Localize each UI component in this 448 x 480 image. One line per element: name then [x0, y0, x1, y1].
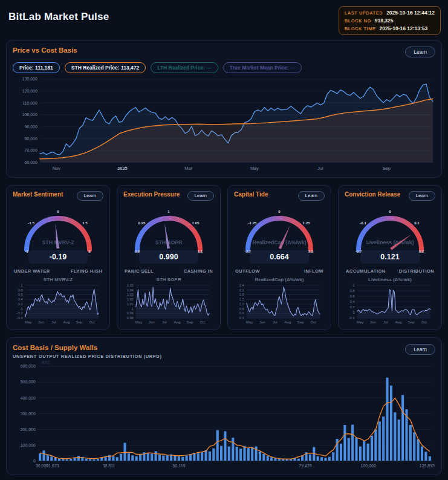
svg-text:Jun: Jun: [370, 320, 376, 324]
svg-text:110,000: 110,000: [22, 101, 37, 105]
legend-chip-3[interactable]: True Market Mean Price: —: [223, 62, 302, 73]
svg-text:0.8: 0.8: [350, 289, 355, 293]
svg-text:400,000: 400,000: [21, 395, 36, 400]
gauge-low-label: ACCUMULATION: [346, 268, 386, 274]
gauge-sparkline-chart[interactable]: -0.4-0.200.20.40.60.81MayJunJulAugSepOct: [13, 283, 103, 325]
learn-button[interactable]: Learn: [298, 191, 325, 201]
svg-text:Aug: Aug: [63, 320, 70, 324]
svg-text:50,119: 50,119: [173, 464, 186, 468]
svg-text:Oct: Oct: [89, 320, 95, 324]
spark-title: STH SOPR: [123, 277, 214, 282]
svg-text:1.03: 1.03: [127, 293, 134, 296]
svg-text:Sep: Sep: [187, 320, 193, 324]
svg-text:Sep: Sep: [76, 320, 83, 324]
svg-text:0.6: 0.6: [239, 311, 244, 315]
urpd-chart[interactable]: 0100,000200,000300,000400,000500,000600,…: [13, 359, 435, 469]
svg-text:May: May: [246, 320, 253, 324]
learn-button[interactable]: Learn: [405, 47, 435, 57]
gauge: 0.90.9511.051.1STH SOPR 0.990: [123, 204, 214, 264]
gauge-sparkline-chart[interactable]: -0.200.20.40.60.81MayJunJulAugSepOct: [345, 283, 435, 325]
gauge-value: 0.664: [250, 250, 309, 264]
svg-text:80,000: 80,000: [25, 137, 37, 141]
gauge-high-label: FLYING HIGH: [71, 268, 102, 274]
block-time-row: BLOCK TIME 2025-10-16 12:13:53: [345, 25, 435, 31]
svg-text:1.2: 1.2: [239, 302, 244, 306]
svg-text:Jun: Jun: [149, 320, 155, 324]
svg-text:1.5: 1.5: [239, 297, 244, 301]
gauge-range-words: UNDER WATER FLYING HIGH: [14, 268, 102, 274]
svg-text:1: 1: [21, 283, 23, 287]
svg-text:1: 1: [132, 306, 134, 310]
learn-button[interactable]: Learn: [409, 191, 435, 201]
svg-text:1.02: 1.02: [127, 297, 134, 301]
gauge-low-label: OUTFLOW: [235, 268, 260, 274]
gauge-panel: Market Sentiment Learn -3-1.501.53STH MV…: [6, 185, 110, 330]
app-title: BitLab Market Pulse: [8, 11, 109, 23]
svg-text:2.5: 2.5: [308, 249, 314, 253]
svg-text:0.4: 0.4: [350, 300, 355, 303]
price-chart[interactable]: 60,00070,00080,00090,000100,000110,00012…: [13, 76, 435, 171]
svg-text:May: May: [250, 166, 259, 171]
last-updated-label: LAST UPDATED: [345, 10, 383, 16]
spark-title: Liveliness (Δ%/wk): [345, 277, 435, 282]
svg-text:1.1: 1.1: [198, 249, 203, 253]
svg-text:0: 0: [33, 459, 36, 463]
gauge-range-words: PANIC SELL CASHING IN: [125, 268, 213, 274]
last-updated-value: 2025-10-16 12:44:12: [386, 10, 435, 16]
gauge-title: Capital Tide: [234, 191, 268, 198]
svg-text:0: 0: [57, 209, 59, 213]
dashboard: BitLab Market Pulse LAST UPDATED 2025-10…: [0, 0, 448, 480]
svg-text:Aug: Aug: [174, 320, 180, 324]
block-no-row: BLOCK NO 918,325: [345, 18, 435, 24]
svg-text:500,000: 500,000: [21, 380, 36, 384]
svg-text:60,000: 60,000: [25, 160, 37, 164]
learn-button[interactable]: Learn: [77, 191, 103, 201]
svg-text:Jul: Jul: [383, 320, 388, 324]
gauge: -3-1.501.53STH MVRV-Z -0.19: [13, 204, 103, 264]
spark-title: RealizedCap (Δ%/wk): [234, 277, 325, 282]
svg-text:May: May: [25, 320, 32, 324]
gauge-panel: Execution Pressure Learn 0.90.9511.051.1…: [117, 185, 221, 330]
svg-text:Jul: Jul: [51, 320, 56, 324]
svg-text:-0.4: -0.4: [17, 316, 24, 320]
svg-text:Sep: Sep: [383, 166, 391, 171]
legend-chip-1[interactable]: STH Realized Price: 113,472: [65, 62, 146, 73]
svg-text:1.05: 1.05: [192, 220, 200, 224]
svg-text:1.05: 1.05: [127, 283, 134, 287]
svg-text:2025: 2025: [117, 166, 127, 171]
svg-text:300,000: 300,000: [21, 411, 36, 415]
svg-text:Aug: Aug: [395, 320, 401, 324]
svg-text:125,893: 125,893: [420, 464, 435, 468]
block-time-label: BLOCK TIME: [345, 26, 376, 31]
svg-text:Jul: Jul: [273, 320, 278, 324]
gauge-high-label: CASHING IN: [184, 268, 213, 274]
learn-button[interactable]: Learn: [405, 344, 435, 355]
learn-button[interactable]: Learn: [187, 191, 214, 201]
svg-text:0: 0: [21, 306, 23, 310]
chain-status-box: LAST UPDATED 2025-10-16 12:44:12 BLOCK N…: [339, 6, 441, 35]
svg-text:0.6: 0.6: [350, 294, 355, 298]
block-time-value: 2025-10-16 12:13:53: [379, 25, 427, 31]
price-panel-title: Price vs Cost Basis: [13, 47, 77, 54]
gauge-sparkline-chart[interactable]: 0.980.9911.011.021.031.041.05MayJunJulAu…: [123, 283, 214, 325]
svg-text:-0.2: -0.2: [349, 316, 355, 320]
gauge-sparkline-chart[interactable]: 0.30.60.91.21.51.82.12.4MayJunJulAugSepO…: [234, 283, 325, 325]
gauge-range-words: OUTFLOW INFLOW: [235, 268, 323, 274]
price-legend: Price: 111,181STH Realized Price: 113,47…: [13, 62, 435, 73]
svg-text:1.8: 1.8: [239, 293, 244, 296]
legend-chip-0[interactable]: Price: 111,181: [13, 62, 60, 73]
svg-text:Liveliness (Δ%/wk): Liveliness (Δ%/wk): [366, 239, 414, 245]
legend-chip-2[interactable]: LTH Realized Price: —: [151, 62, 218, 73]
gauge-value: 0.990: [139, 250, 198, 264]
svg-text:0.95: 0.95: [138, 220, 146, 224]
svg-text:Mar: Mar: [184, 166, 192, 171]
svg-text:1.04: 1.04: [127, 288, 134, 291]
svg-text:0.99: 0.99: [127, 311, 134, 315]
urpd-panel-title: Cost Basis / Supply Walls: [13, 344, 162, 351]
svg-text:-0.2: -0.2: [17, 311, 23, 315]
svg-text:Jul: Jul: [317, 166, 323, 171]
gauge-panel: Conviction Release Learn -0.2-0.100.10.2…: [338, 185, 442, 330]
block-no-label: BLOCK NO: [345, 18, 371, 24]
last-updated-row: LAST UPDATED 2025-10-16 12:44:12: [345, 10, 435, 16]
svg-text:May: May: [135, 320, 143, 324]
